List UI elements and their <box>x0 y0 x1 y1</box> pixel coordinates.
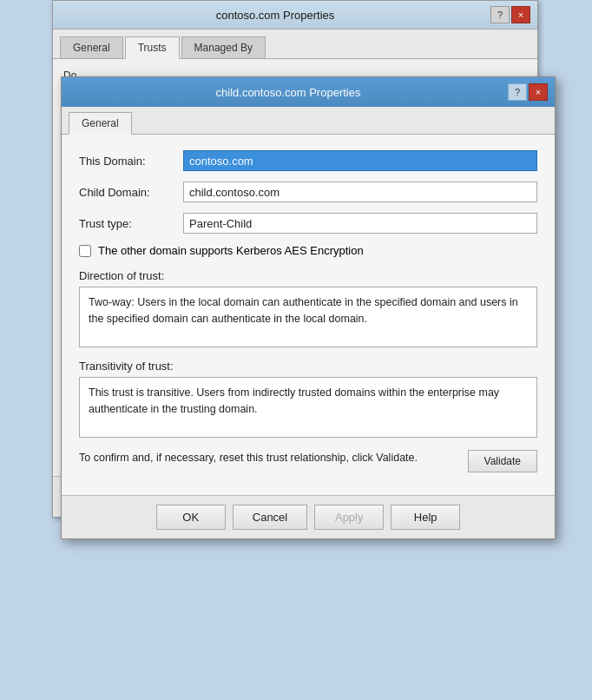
trust-type-label: Trust type: <box>79 217 183 230</box>
tab-general[interactable]: General <box>60 36 123 58</box>
fg-tab-general[interactable]: General <box>69 112 132 135</box>
bg-window-title: contoso.com Properties <box>60 9 490 22</box>
this-domain-input[interactable] <box>183 150 537 171</box>
child-domain-input[interactable] <box>183 182 537 202</box>
trust-type-input[interactable] <box>183 213 537 234</box>
tab-managed-by[interactable]: Managed By <box>181 36 266 58</box>
bg-help-button[interactable]: ? <box>490 6 510 23</box>
validate-text: To confirm and, if necessary, reset this… <box>79 450 457 466</box>
validate-row: To confirm and, if necessary, reset this… <box>79 450 537 472</box>
bg-window-buttons: ? × <box>490 6 530 23</box>
direction-text: Two-way: Users in the local domain can a… <box>79 287 537 347</box>
fg-help-button[interactable]: ? <box>508 83 527 101</box>
bg-close-button[interactable]: × <box>511 6 530 23</box>
fg-cancel-button[interactable]: Cancel <box>233 505 307 530</box>
transitivity-text: This trust is transitive. Users from ind… <box>79 377 537 438</box>
child-domain-label: Child Domain: <box>79 186 183 199</box>
fg-window-buttons: ? × <box>508 83 548 101</box>
validate-button[interactable]: Validate <box>468 450 537 472</box>
direction-label: Direction of trust: <box>79 269 537 282</box>
kerberos-row: The other domain supports Kerberos AES E… <box>79 244 537 257</box>
bg-titlebar: contoso.com Properties ? × <box>53 1 537 30</box>
fg-apply-button[interactable]: Apply <box>314 505 384 530</box>
kerberos-label: The other domain supports Kerberos AES E… <box>98 244 364 257</box>
fg-help-footer-button[interactable]: Help <box>391 505 460 530</box>
fg-footer: OK Cancel Apply Help <box>62 495 555 538</box>
fg-titlebar: child.contoso.com Properties ? × <box>62 77 555 107</box>
kerberos-checkbox[interactable] <box>79 245 91 257</box>
fg-ok-button[interactable]: OK <box>156 505 226 530</box>
fg-dialog-title: child.contoso.com Properties <box>69 86 508 99</box>
transitivity-label: Transitivity of trust: <box>79 360 537 373</box>
this-domain-label: This Domain: <box>79 155 183 168</box>
child-domain-row: Child Domain: <box>79 182 537 202</box>
fg-close-button[interactable]: × <box>529 83 548 101</box>
fg-dialog: child.contoso.com Properties ? × General… <box>61 76 556 539</box>
tab-trusts[interactable]: Trusts <box>125 36 180 59</box>
fg-tabs: General <box>62 107 555 135</box>
fg-content: This Domain: Child Domain: Trust type: T… <box>62 135 555 495</box>
trust-type-row: Trust type: <box>79 213 537 234</box>
bg-tabs: General Trusts Managed By <box>53 30 537 59</box>
this-domain-row: This Domain: <box>79 150 537 171</box>
